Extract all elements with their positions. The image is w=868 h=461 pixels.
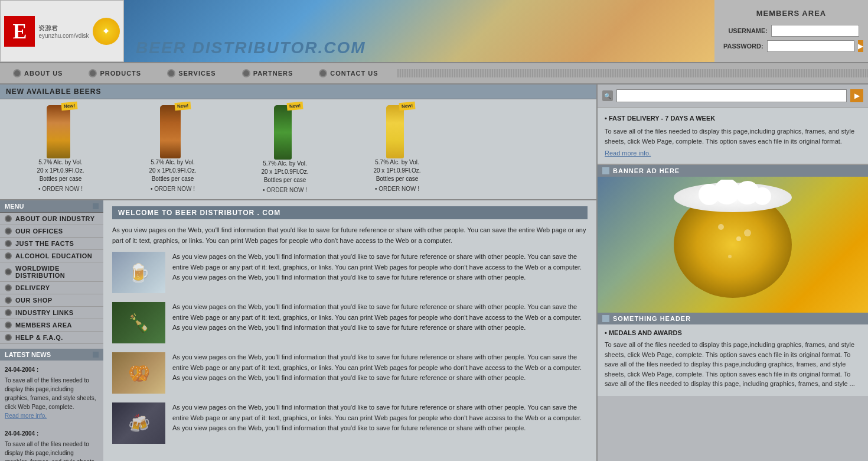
svg-point-7: [736, 236, 741, 241]
nav-services[interactable]: SERVICES: [154, 69, 229, 77]
welcome-intro: As you view pages on the Web, you'll fin…: [112, 225, 588, 246]
logo-brand-text: 资源君 eyunzhu.com/vdisk: [38, 24, 89, 39]
beer-bottle-3: [386, 105, 404, 158]
beer-item-3: New! 5.7% Alc. by Vol. 20 x 1Pt.0.9Fl.Oz…: [342, 105, 452, 193]
header: E 资源君 eyunzhu.com/vdisk ✦ BEER DISTRIBUT…: [0, 0, 868, 62]
sidebar-dot: [5, 215, 12, 222]
nav-dot-products: [89, 69, 97, 77]
content-image-3: 🍻: [112, 402, 165, 444]
header-logo: E 资源君 eyunzhu.com/vdisk ✦: [0, 0, 124, 62]
something-icon: [602, 315, 609, 322]
news-date-1: 24-04-2004 :: [5, 429, 99, 438]
username-label: USERNAME:: [723, 27, 768, 34]
content-image-2: 🥨: [112, 352, 165, 394]
nav-about[interactable]: ABOUT US: [0, 69, 76, 77]
sidebar-item-delivery[interactable]: DELIVERY: [0, 282, 103, 294]
welcome-section: WELCOME TO BEER DISTRIBUTOR . COM As you…: [103, 200, 596, 461]
login-button[interactable]: ▶: [858, 40, 863, 52]
search-icon: 🔍: [602, 90, 613, 101]
sidebar-dot: [5, 240, 12, 247]
members-area-title: MEMBERS AREA: [723, 9, 859, 18]
username-row: USERNAME:: [723, 25, 859, 37]
something-header: SOMETHING HEADER: [598, 313, 868, 324]
content-block-0: 🍺 As you view pages on the Web, you'll f…: [112, 252, 588, 293]
search-button[interactable]: ▶: [850, 89, 863, 102]
news-readmore-0[interactable]: Read more info.: [5, 411, 99, 420]
sidebar-dot: [5, 297, 12, 304]
beer-order-1[interactable]: ORDER NOW !: [151, 186, 195, 192]
something-section: SOMETHING HEADER • MEDALS AND AWARDS To …: [598, 313, 868, 396]
beer-item-2: New! 5.7% Alc. by Vol. 20 x 1Pt.0.9Fl.Oz…: [230, 105, 340, 193]
banner-content: [598, 177, 868, 313]
nav-products[interactable]: PRODUCTS: [76, 69, 154, 77]
sidebar-dot: [5, 284, 12, 291]
username-input[interactable]: [771, 25, 859, 37]
new-badge-0: New!: [61, 102, 77, 111]
content-text-1: As you view pages on the Web, you'll fin…: [172, 302, 588, 337]
content-text-0: As you view pages on the Web, you'll fin…: [172, 252, 588, 287]
members-area: MEMBERS AREA USERNAME: PASSWORD: ▶: [714, 0, 868, 62]
sidebar-item-our-offices[interactable]: OUR OFFICES: [0, 225, 103, 238]
beer-info-0: 5.7% Alc. by Vol. 20 x 1Pt.0.9Fl.Oz. Bot…: [37, 158, 84, 183]
menu-header: MENU: [0, 200, 103, 213]
beer-bottle-1: [160, 105, 181, 158]
menu-corner-icon: [93, 203, 99, 209]
banner-header-text: BANNER AD HERE: [613, 167, 680, 174]
sidebar-dot: [5, 309, 12, 316]
fast-delivery-text: To save all of the files needed to displ…: [605, 126, 861, 146]
left-center: NEW AVAILABLE BEERS New! 5.7% Alc. by Vo…: [0, 85, 596, 461]
header-banner: BEER DISTRIBUTOR.COM: [124, 0, 714, 62]
sidebar: MENU ABOUT OUR INDUSTRY OUR OFFICES JUST…: [0, 200, 103, 461]
fast-delivery-readmore[interactable]: Read more info.: [605, 150, 861, 157]
something-header-text: SOMETHING HEADER: [613, 315, 691, 322]
sidebar-dot: [5, 334, 12, 341]
news-date-0: 24-04-2004 :: [5, 365, 99, 374]
beer-order-0[interactable]: ORDER NOW !: [38, 186, 83, 192]
nav-dot-services: [167, 69, 175, 77]
sidebar-item-alcohol-education[interactable]: ALCOHOL EDUCATION: [0, 250, 103, 262]
medals-header: • MEDALS AND AWARDS: [598, 324, 868, 336]
sidebar-dot: [5, 228, 12, 235]
sidebar-item-worldwide-distribution[interactable]: WORLDWIDE DISTRIBUTION: [0, 262, 103, 282]
sidebar-dot: [5, 322, 12, 329]
content-text-3: As you view pages on the Web, you'll fin…: [172, 402, 588, 438]
sidebar-item-just-facts[interactable]: JUST THE FACTS: [0, 238, 103, 250]
new-badge-2: New!: [286, 102, 303, 111]
sidebar-item-help-faq[interactable]: HELP & F.A.Q.: [0, 332, 103, 344]
content-block-1: 🍾 As you view pages on the Web, you'll f…: [112, 302, 588, 343]
sidebar-item-about-industry[interactable]: ABOUT OUR INDUSTRY: [0, 213, 103, 225]
news-content: 24-04-2004 : To save all of the files ne…: [0, 361, 103, 461]
banner-header: BANNER AD HERE: [598, 165, 868, 177]
nav-dot-contact: [319, 69, 327, 77]
nav-decoration: [397, 69, 868, 77]
logo-letter: E: [4, 16, 35, 47]
content-image-0: 🍺: [112, 252, 165, 293]
beer-order-2[interactable]: ORDER NOW !: [263, 187, 307, 193]
beer-info-1: 5.7% Alc. by Vol. 20 x 1Pt.0.9Fl.Oz. Bot…: [149, 158, 196, 183]
welcome-header: WELCOME TO BEER DISTRIBUTOR . COM: [112, 206, 588, 219]
main-layout: NEW AVAILABLE BEERS New! 5.7% Alc. by Vo…: [0, 85, 868, 461]
news-text-0: To save all of the files needed to displ…: [5, 376, 99, 411]
sidebar-item-our-shop[interactable]: OUR SHOP: [0, 294, 103, 307]
password-input[interactable]: [767, 40, 854, 52]
beer-item-1: New! 5.7% Alc. by Vol. 20 x 1Pt.0.9Fl.Oz…: [118, 105, 227, 193]
beer-info-2: 5.7% Alc. by Vol. 20 x 1Pt.0.9Fl.Oz. Bot…: [261, 160, 308, 184]
beer-bottle-0: [47, 105, 70, 158]
beer-info-3: 5.7% Alc. by Vol. 20 x 1Pt.0.9Fl.Oz. Bot…: [373, 158, 420, 183]
svg-point-8: [728, 255, 732, 258]
nav-partners[interactable]: PARTNERS: [229, 69, 306, 77]
nav-dot-partners: [242, 69, 250, 77]
sidebar-item-members-area[interactable]: MEMBERS AREA: [0, 319, 103, 332]
sidebar-item-industry-links[interactable]: INDUSTRY LINKS: [0, 307, 103, 319]
fast-delivery-header: • FAST DELIVERY - 7 DAYS A WEEK: [605, 115, 861, 122]
password-row: PASSWORD: ▶: [723, 40, 859, 52]
beer-order-3[interactable]: ORDER NOW !: [375, 186, 419, 192]
svg-point-5: [753, 187, 771, 205]
nav-contact[interactable]: CONTACT US: [306, 69, 391, 77]
search-input[interactable]: [616, 89, 847, 102]
content-text-2: As you view pages on the Web, you'll fin…: [172, 352, 588, 388]
banner-ad-section: BANNER AD HERE: [598, 165, 868, 313]
medals-text: To save all of the files needed to displ…: [598, 340, 868, 396]
news-corner-icon: [93, 352, 99, 358]
news-text-1: To save all of the files needed to displ…: [5, 440, 99, 461]
